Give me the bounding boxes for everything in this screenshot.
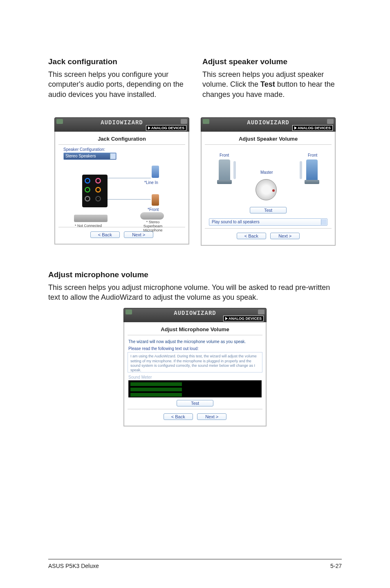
front-speaker-device-icon — [152, 194, 159, 206]
chevron-down-icon[interactable] — [321, 219, 327, 225]
jack-port[interactable] — [85, 187, 90, 193]
speaker-config-value: Stereo Speakers — [65, 154, 96, 158]
test-button[interactable]: Test — [177, 400, 213, 406]
mic-read-textbox: I am using the AudioWizard. During this … — [128, 352, 262, 373]
front-left-label: Front — [220, 153, 229, 157]
jack-wizard-window: AUDIOWIZARD ANALOG DEVICES Jack Configur… — [54, 117, 189, 246]
speaker-config-select[interactable]: Stereo Speakers — [63, 153, 117, 160]
footer-page-number: 5-27 — [330, 563, 342, 569]
front-left-speaker-icon — [219, 159, 230, 181]
front-right-speaker-icon — [306, 159, 318, 181]
speaker-wizard-window: AUDIOWIZARD ANALOG DEVICES Adjust Speake… — [201, 117, 336, 246]
jack-port[interactable] — [85, 196, 90, 202]
front-right-label: Front — [308, 153, 317, 157]
back-button[interactable]: < Back — [164, 413, 193, 420]
adjust-speaker-body: This screen helps you adjust speaker vol… — [202, 70, 342, 99]
wizard-app-icon — [203, 119, 209, 124]
jack-port[interactable] — [95, 187, 101, 193]
close-icon[interactable] — [181, 119, 187, 124]
master-volume-knob[interactable] — [256, 179, 277, 200]
jack-panel — [82, 175, 108, 207]
jack-port[interactable] — [85, 178, 90, 184]
wizard-title-text: AUDIOWIZARD — [247, 119, 289, 126]
jack-port[interactable] — [95, 196, 101, 202]
jack-diagram: *Line In *Front * Not Connected * Stereo… — [58, 163, 185, 224]
front-right-slider[interactable] — [300, 161, 302, 179]
close-icon[interactable] — [327, 119, 334, 124]
microphone-device-icon — [140, 212, 164, 220]
wizard-title-text: AUDIOWIZARD — [174, 310, 216, 316]
master-label: Master — [260, 170, 273, 175]
jack-wizard-subtitle: Jack Configuration — [58, 136, 185, 142]
wizard-titlebar: AUDIOWIZARD ANALOG DEVICES — [54, 117, 189, 132]
analog-devices-logo: ANALOG DEVICES — [146, 125, 186, 131]
adjust-mic-heading: Adjust microphone volume — [48, 270, 342, 279]
mic-wizard-subtitle: Adjust Microphone Volume — [128, 326, 262, 332]
back-button[interactable]: < Back — [237, 233, 266, 239]
speaker-wizard-subtitle: Adjust Speaker Volume — [205, 136, 332, 142]
jack-port[interactable] — [95, 178, 101, 184]
jack-config-body: This screen helps you configure your com… — [48, 70, 188, 99]
jack-config-heading: Jack configuration — [48, 57, 188, 66]
next-button[interactable]: Next > — [270, 233, 300, 239]
wizard-titlebar: AUDIOWIZARD ANALOG DEVICES — [123, 308, 267, 322]
not-connected-label: * Not Connected — [75, 224, 102, 228]
front-caption: *Front — [148, 207, 159, 212]
playback-target-value: Play sound to all speakers — [212, 220, 260, 224]
line-in-device-icon — [152, 166, 159, 178]
front-left-slider[interactable] — [233, 161, 236, 179]
not-connected-device-icon — [74, 215, 108, 222]
analog-devices-logo: ANALOG DEVICES — [223, 316, 264, 321]
wizard-titlebar: AUDIOWIZARD ANALOG DEVICES — [201, 117, 336, 132]
footer-left: ASUS P5K3 Deluxe — [48, 563, 99, 569]
mic-wizard-window: AUDIOWIZARD ANALOG DEVICES Adjust Microp… — [123, 308, 267, 426]
adjust-speaker-body-bold: Test — [260, 80, 275, 88]
sound-meter-bar — [130, 388, 260, 391]
wizard-app-icon — [56, 119, 63, 124]
microphone-label: * Stereo Superbeam Microphone — [139, 220, 167, 233]
next-button[interactable]: Next > — [197, 413, 226, 420]
wizard-title-text: AUDIOWIZARD — [101, 119, 143, 126]
chevron-down-icon[interactable] — [110, 153, 116, 159]
adjust-speaker-heading: Adjust speaker volume — [202, 57, 342, 66]
close-icon[interactable] — [258, 310, 264, 314]
back-button[interactable]: < Back — [90, 231, 120, 238]
sound-meter — [128, 380, 262, 397]
mic-wizard-desc: The wizard will now adjust the microphon… — [128, 339, 262, 344]
connection-line — [106, 178, 151, 178]
line-in-caption: *Line In — [144, 180, 158, 185]
wizard-app-icon — [126, 310, 132, 314]
sound-meter-label: Sound Meter — [128, 375, 262, 379]
adjust-mic-body: This screen helps you adjust microphone … — [48, 283, 342, 303]
connection-line — [106, 199, 151, 200]
sound-meter-bar — [130, 393, 260, 397]
playback-target-select[interactable]: Play sound to all speakers — [209, 218, 327, 226]
test-button[interactable]: Test — [250, 207, 287, 213]
mic-read-label: Please read the following text out loud: — [128, 346, 262, 351]
sound-meter-bar — [130, 382, 260, 386]
analog-devices-logo: ANALOG DEVICES — [292, 125, 333, 131]
speaker-config-label: Speaker Configuration: — [63, 147, 185, 152]
